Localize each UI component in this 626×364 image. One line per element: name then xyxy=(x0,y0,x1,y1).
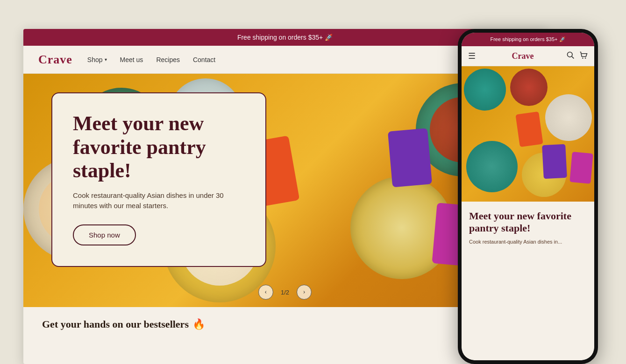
svg-point-6 xyxy=(582,57,583,58)
chevron-left-icon: ‹ xyxy=(265,288,267,296)
slider-next-button[interactable]: › xyxy=(297,285,312,300)
phone-hero-section xyxy=(462,66,594,202)
slider-counter: 1/2 xyxy=(281,289,289,296)
phone-product-box-2 xyxy=(569,152,593,184)
nav-recipes[interactable]: Recipes xyxy=(156,56,180,63)
phone-cart-icon[interactable] xyxy=(579,51,588,61)
phone-device: Free shipping on orders $35+ 🚀 ☰ Crave xyxy=(458,29,598,364)
nav-contact[interactable]: Contact xyxy=(193,56,215,63)
hero-subtitle: Cook restaurant-quality Asian dishes in … xyxy=(73,190,245,211)
nav-shop[interactable]: Shop ▾ xyxy=(87,56,107,63)
phone-navigation: ☰ Crave xyxy=(462,46,594,66)
page-background: Free shipping on orders $35+ 🚀 Crave Sho… xyxy=(0,0,626,364)
fire-emoji: 🔥 xyxy=(192,318,205,330)
phone-announcement-text: Free shipping on orders $35+ 🚀 xyxy=(490,36,565,42)
phone-product-box-1 xyxy=(515,112,543,147)
slider-controls: ‹ 1/2 › xyxy=(258,285,312,300)
site-logo[interactable]: Crave xyxy=(38,53,72,67)
phone-plate-3 xyxy=(510,69,548,106)
phone-search-icon[interactable] xyxy=(566,51,575,61)
svg-point-7 xyxy=(585,57,586,58)
chevron-down-icon: ▾ xyxy=(105,57,107,62)
phone-hero-title: Meet your new favorite pantry staple! xyxy=(469,210,587,235)
menu-icon[interactable]: ☰ xyxy=(468,51,476,61)
phone-product-box-3 xyxy=(542,144,567,179)
phone-plate-2 xyxy=(545,94,592,141)
nav-links: Shop ▾ Meet us Recipes Contact xyxy=(87,56,504,63)
svg-line-5 xyxy=(572,56,574,59)
product-box-3 xyxy=(388,128,432,188)
phone-announcement-bar: Free shipping on orders $35+ 🚀 xyxy=(462,33,594,46)
phone-hero-subtitle: Cook restaurant-quality Asian dishes in.… xyxy=(469,238,587,245)
bestsellers-title: Get your hands on our bestsellers xyxy=(42,318,189,330)
svg-point-4 xyxy=(567,52,572,57)
slider-prev-button[interactable]: ‹ xyxy=(258,285,273,300)
phone-nav-icons xyxy=(566,51,588,61)
phone-plate-4 xyxy=(466,141,518,192)
hero-card: Meet your new favorite pantry staple! Co… xyxy=(51,92,266,267)
phone-hero-text: Meet your new favorite pantry staple! Co… xyxy=(462,202,594,360)
phone-screen: Free shipping on orders $35+ 🚀 ☰ Crave xyxy=(462,33,594,360)
phone-plate-1 xyxy=(464,69,506,111)
hero-title: Meet your new favorite pantry staple! xyxy=(73,112,245,183)
shop-now-button[interactable]: Shop now xyxy=(73,224,136,245)
announcement-text: Free shipping on orders $35+ 🚀 xyxy=(237,34,333,41)
nav-meet-us[interactable]: Meet us xyxy=(120,56,143,63)
chevron-right-icon: › xyxy=(303,288,306,296)
phone-logo[interactable]: Crave xyxy=(479,51,566,61)
